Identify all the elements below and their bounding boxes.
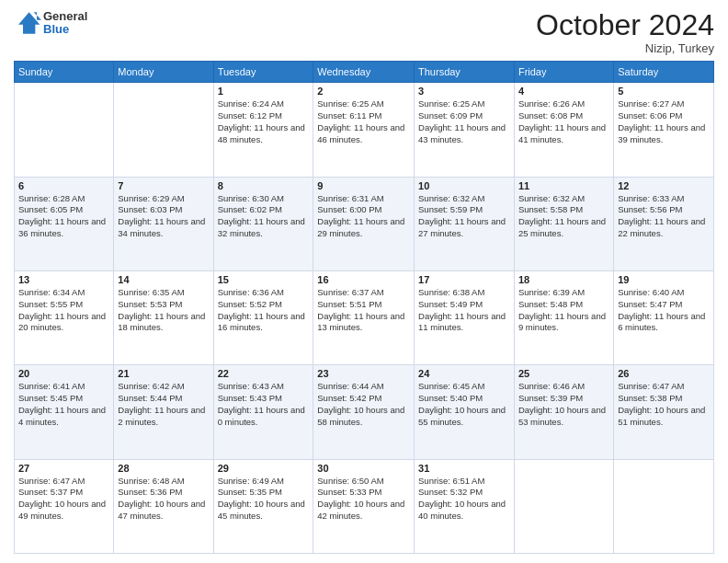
- day-number: 6: [18, 180, 109, 191]
- calendar-cell: 8Sunrise: 6:30 AM Sunset: 6:02 PM Daylig…: [213, 177, 313, 270]
- calendar-cell: 26Sunrise: 6:47 AM Sunset: 5:38 PM Dayli…: [614, 365, 714, 459]
- svg-marker-1: [34, 12, 41, 19]
- col-monday: Monday: [114, 62, 213, 83]
- day-info: Sunrise: 6:36 AM Sunset: 5:52 PM Dayligh…: [218, 287, 310, 334]
- title-block: October 2024 Nizip, Turkey: [536, 9, 714, 55]
- day-info: Sunrise: 6:41 AM Sunset: 5:45 PM Dayligh…: [18, 381, 109, 428]
- calendar-week-row: 1Sunrise: 6:24 AM Sunset: 6:12 PM Daylig…: [15, 83, 714, 177]
- col-saturday: Saturday: [614, 62, 714, 83]
- day-number: 14: [118, 274, 209, 285]
- day-number: 9: [317, 180, 410, 191]
- calendar-cell: 4Sunrise: 6:26 AM Sunset: 6:08 PM Daylig…: [514, 83, 613, 177]
- calendar-cell: 3Sunrise: 6:25 AM Sunset: 6:09 PM Daylig…: [415, 83, 515, 177]
- calendar-table: Sunday Monday Tuesday Wednesday Thursday…: [14, 61, 714, 554]
- day-number: 5: [618, 86, 710, 97]
- day-info: Sunrise: 6:24 AM Sunset: 6:12 PM Dayligh…: [218, 98, 310, 145]
- day-info: Sunrise: 6:34 AM Sunset: 5:55 PM Dayligh…: [18, 287, 109, 334]
- day-info: Sunrise: 6:48 AM Sunset: 5:36 PM Dayligh…: [118, 476, 209, 523]
- day-info: Sunrise: 6:46 AM Sunset: 5:39 PM Dayligh…: [518, 381, 609, 428]
- day-number: 23: [317, 368, 410, 379]
- col-sunday: Sunday: [15, 62, 114, 83]
- day-info: Sunrise: 6:38 AM Sunset: 5:49 PM Dayligh…: [418, 287, 510, 334]
- calendar-cell: [114, 83, 213, 177]
- calendar-cell: 19Sunrise: 6:40 AM Sunset: 5:47 PM Dayli…: [614, 270, 714, 364]
- day-number: 4: [518, 86, 609, 97]
- day-number: 21: [118, 368, 209, 379]
- calendar-cell: 24Sunrise: 6:45 AM Sunset: 5:40 PM Dayli…: [415, 365, 515, 459]
- calendar-cell: 10Sunrise: 6:32 AM Sunset: 5:59 PM Dayli…: [415, 177, 515, 270]
- calendar-cell: 31Sunrise: 6:51 AM Sunset: 5:32 PM Dayli…: [415, 459, 515, 553]
- day-info: Sunrise: 6:43 AM Sunset: 5:43 PM Dayligh…: [218, 381, 310, 428]
- calendar-cell: 29Sunrise: 6:49 AM Sunset: 5:35 PM Dayli…: [213, 459, 313, 553]
- calendar-cell: 16Sunrise: 6:37 AM Sunset: 5:51 PM Dayli…: [313, 270, 415, 364]
- day-info: Sunrise: 6:49 AM Sunset: 5:35 PM Dayligh…: [218, 476, 310, 523]
- day-info: Sunrise: 6:26 AM Sunset: 6:08 PM Dayligh…: [518, 98, 609, 145]
- calendar-cell: 17Sunrise: 6:38 AM Sunset: 5:49 PM Dayli…: [415, 270, 515, 364]
- day-info: Sunrise: 6:44 AM Sunset: 5:42 PM Dayligh…: [317, 381, 410, 428]
- calendar-cell: 9Sunrise: 6:31 AM Sunset: 6:00 PM Daylig…: [313, 177, 415, 270]
- logo-general: General: [43, 10, 87, 23]
- day-info: Sunrise: 6:33 AM Sunset: 5:56 PM Dayligh…: [618, 193, 710, 240]
- calendar-cell: [514, 459, 613, 553]
- calendar-week-row: 20Sunrise: 6:41 AM Sunset: 5:45 PM Dayli…: [15, 365, 714, 459]
- calendar-cell: 11Sunrise: 6:32 AM Sunset: 5:58 PM Dayli…: [514, 177, 613, 270]
- day-number: 11: [518, 180, 609, 191]
- day-info: Sunrise: 6:30 AM Sunset: 6:02 PM Dayligh…: [218, 193, 310, 240]
- day-info: Sunrise: 6:25 AM Sunset: 6:11 PM Dayligh…: [317, 98, 410, 145]
- col-thursday: Thursday: [415, 62, 515, 83]
- calendar-cell: 28Sunrise: 6:48 AM Sunset: 5:36 PM Dayli…: [114, 459, 213, 553]
- day-info: Sunrise: 6:37 AM Sunset: 5:51 PM Dayligh…: [317, 287, 410, 334]
- calendar-cell: 14Sunrise: 6:35 AM Sunset: 5:53 PM Dayli…: [114, 270, 213, 364]
- calendar-cell: 13Sunrise: 6:34 AM Sunset: 5:55 PM Dayli…: [15, 270, 114, 364]
- day-number: 13: [18, 274, 109, 285]
- day-number: 17: [418, 274, 510, 285]
- day-number: 16: [317, 274, 410, 285]
- title-month: October 2024: [536, 9, 714, 41]
- day-info: Sunrise: 6:32 AM Sunset: 5:59 PM Dayligh…: [418, 193, 510, 240]
- svg-marker-0: [18, 12, 40, 33]
- col-tuesday: Tuesday: [213, 62, 313, 83]
- calendar-week-row: 13Sunrise: 6:34 AM Sunset: 5:55 PM Dayli…: [15, 270, 714, 364]
- calendar-cell: 6Sunrise: 6:28 AM Sunset: 6:05 PM Daylig…: [15, 177, 114, 270]
- calendar-cell: 20Sunrise: 6:41 AM Sunset: 5:45 PM Dayli…: [15, 365, 114, 459]
- calendar-page: General Blue October 2024 Nizip, Turkey …: [0, 0, 728, 563]
- calendar-week-row: 27Sunrise: 6:47 AM Sunset: 5:37 PM Dayli…: [15, 459, 714, 553]
- day-info: Sunrise: 6:42 AM Sunset: 5:44 PM Dayligh…: [118, 381, 209, 428]
- day-info: Sunrise: 6:47 AM Sunset: 5:37 PM Dayligh…: [18, 476, 109, 523]
- col-wednesday: Wednesday: [313, 62, 415, 83]
- calendar-cell: 21Sunrise: 6:42 AM Sunset: 5:44 PM Dayli…: [114, 365, 213, 459]
- logo-text: General Blue: [43, 10, 87, 37]
- day-number: 29: [218, 463, 310, 474]
- calendar-cell: [15, 83, 114, 177]
- calendar-cell: 18Sunrise: 6:39 AM Sunset: 5:48 PM Dayli…: [514, 270, 613, 364]
- day-info: Sunrise: 6:31 AM Sunset: 6:00 PM Dayligh…: [317, 193, 410, 240]
- logo-blue: Blue: [43, 23, 87, 36]
- logo-icon: [14, 9, 41, 37]
- day-info: Sunrise: 6:45 AM Sunset: 5:40 PM Dayligh…: [418, 381, 510, 428]
- day-info: Sunrise: 6:39 AM Sunset: 5:48 PM Dayligh…: [518, 287, 609, 334]
- calendar-cell: 25Sunrise: 6:46 AM Sunset: 5:39 PM Dayli…: [514, 365, 613, 459]
- day-number: 3: [418, 86, 510, 97]
- day-info: Sunrise: 6:47 AM Sunset: 5:38 PM Dayligh…: [618, 381, 710, 428]
- day-number: 31: [418, 463, 510, 474]
- day-info: Sunrise: 6:28 AM Sunset: 6:05 PM Dayligh…: [18, 193, 109, 240]
- calendar-cell: 22Sunrise: 6:43 AM Sunset: 5:43 PM Dayli…: [213, 365, 313, 459]
- day-number: 15: [218, 274, 310, 285]
- calendar-cell: 12Sunrise: 6:33 AM Sunset: 5:56 PM Dayli…: [614, 177, 714, 270]
- calendar-cell: 15Sunrise: 6:36 AM Sunset: 5:52 PM Dayli…: [213, 270, 313, 364]
- day-number: 22: [218, 368, 310, 379]
- day-number: 2: [317, 86, 410, 97]
- header: General Blue October 2024 Nizip, Turkey: [14, 9, 714, 55]
- day-number: 25: [518, 368, 609, 379]
- day-number: 10: [418, 180, 510, 191]
- calendar-cell: [614, 459, 714, 553]
- day-number: 30: [317, 463, 410, 474]
- day-info: Sunrise: 6:40 AM Sunset: 5:47 PM Dayligh…: [618, 287, 710, 334]
- day-info: Sunrise: 6:25 AM Sunset: 6:09 PM Dayligh…: [418, 98, 510, 145]
- calendar-cell: 30Sunrise: 6:50 AM Sunset: 5:33 PM Dayli…: [313, 459, 415, 553]
- day-number: 24: [418, 368, 510, 379]
- calendar-header-row: Sunday Monday Tuesday Wednesday Thursday…: [15, 62, 714, 83]
- day-info: Sunrise: 6:51 AM Sunset: 5:32 PM Dayligh…: [418, 476, 510, 523]
- calendar-cell: 2Sunrise: 6:25 AM Sunset: 6:11 PM Daylig…: [313, 83, 415, 177]
- day-info: Sunrise: 6:35 AM Sunset: 5:53 PM Dayligh…: [118, 287, 209, 334]
